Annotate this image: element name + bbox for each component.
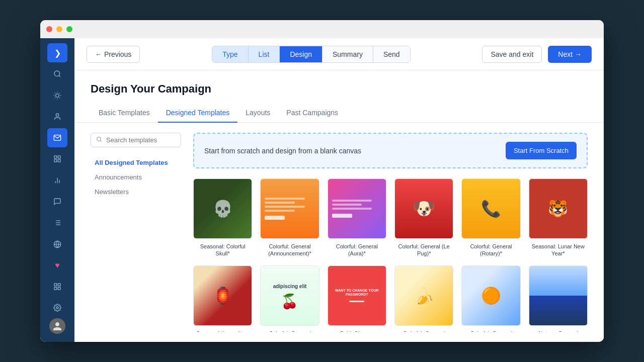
sidebar-item-dashboard[interactable] [47, 277, 67, 296]
template-thumb-announcement [260, 178, 319, 239]
next-button[interactable]: Next → [548, 46, 592, 63]
tab-past-campaigns[interactable]: Past Campaigns [278, 104, 346, 123]
sidebar-item-search[interactable] [47, 64, 67, 83]
sidebar-item-integrations[interactable] [47, 234, 67, 253]
app-window: ❯ [40, 20, 604, 342]
title-bar [40, 20, 604, 38]
minimize-button[interactable] [56, 26, 62, 32]
svg-line-1 [59, 75, 60, 77]
search-box[interactable] [91, 133, 181, 147]
template-name-rotary: Colorful: General (Rotary)* [461, 243, 520, 257]
step-design[interactable]: Design [280, 46, 323, 62]
svg-line-33 [100, 140, 101, 141]
template-card-announcement[interactable]: Colorful: General (Announcement)* [260, 178, 319, 257]
template-name-lunar03: Seasonal: Lunar New Year 03* [193, 330, 252, 332]
template-thumb-aura [328, 178, 386, 239]
step-list[interactable]: List [249, 46, 280, 62]
search-icon [96, 136, 102, 144]
template-card-abstract[interactable]: 🟠 Colorful: General (Abstract Orange)* [461, 265, 520, 332]
template-thumb-lunar03: 🏮 [193, 265, 252, 326]
step-type[interactable]: Type [212, 46, 248, 62]
template-card-skull[interactable]: 💀 Seasonal: Colorful Skull* [193, 178, 252, 257]
tab-layouts[interactable]: Layouts [237, 104, 278, 123]
page-header: Design Your Campaign [74, 70, 604, 104]
template-thumb-password: WANT TO CHANGE YOUR PASSWORD? [328, 265, 386, 326]
svg-rect-27 [54, 284, 57, 286]
step-summary[interactable]: Summary [323, 46, 373, 62]
template-card-aura[interactable]: Colorful: General (Aura)* [328, 178, 386, 257]
start-from-scratch-button[interactable]: Start From Scratch [506, 142, 577, 159]
sidebar-item-data[interactable] [47, 149, 67, 168]
tab-basic-templates[interactable]: Basic Templates [91, 104, 158, 123]
template-card-password[interactable]: WANT TO CHANGE YOUR PASSWORD? Bold: Chan… [328, 265, 386, 332]
scratch-text: Start from scratch and design from a bla… [204, 147, 361, 155]
step-send[interactable]: Send [373, 46, 410, 62]
template-name-announcement: Colorful: General (Announcement)* [260, 243, 319, 257]
steps-nav: Type List Design Summary Send [148, 46, 474, 63]
svg-rect-13 [58, 156, 60, 158]
filter-all-templates[interactable]: All Designed Templates [91, 155, 181, 170]
template-name-banana: Colorful: General (Banana)* [394, 330, 453, 332]
right-panel: Start from scratch and design from a bla… [193, 133, 588, 332]
template-name-cherries: Colorful: General (Cherries)* [260, 330, 319, 332]
template-card-pug[interactable]: 🐶 Colorful: General (Le Pug)* [394, 178, 453, 257]
template-name-password: Bold: Change Password* [328, 330, 386, 332]
template-name-skull: Seasonal: Colorful Skull* [193, 243, 252, 257]
svg-point-32 [97, 137, 101, 141]
template-thumb-rotary: 📞 [461, 178, 520, 239]
sidebar-item-contacts[interactable] [47, 107, 67, 126]
svg-rect-14 [58, 160, 60, 162]
tab-designed-templates[interactable]: Designed Templates [158, 104, 238, 123]
save-exit-button[interactable]: Save and exit [482, 46, 542, 63]
template-card-rotary[interactable]: 📞 Colorful: General (Rotary)* [461, 178, 520, 257]
svg-line-9 [55, 98, 55, 98]
filter-announcements[interactable]: Announcements [91, 170, 181, 185]
template-grid: 💀 Seasonal: Colorful Skull* [193, 178, 588, 332]
scratch-banner: Start from scratch and design from a bla… [193, 133, 588, 168]
sidebar-item-analytics[interactable] [47, 171, 67, 190]
previous-button[interactable]: ← Previous [87, 46, 140, 63]
template-card-shoreline[interactable]: Nature: General (Shoreline Sunset)* [529, 265, 588, 332]
template-thumb-pug: 🐶 [394, 178, 453, 239]
maximize-button[interactable] [66, 26, 72, 32]
svg-rect-29 [58, 287, 60, 290]
left-panel: All Designed Templates Announcements New… [91, 133, 181, 332]
sidebar-item-lists[interactable] [47, 213, 67, 232]
template-name-lunar: Seasonal: Lunar New Year* [529, 243, 588, 257]
sidebar-item-email[interactable] [47, 128, 67, 147]
search-input[interactable] [106, 136, 176, 144]
template-name-shoreline: Nature: General (Shoreline Sunset)* [529, 330, 588, 332]
template-card-cherries[interactable]: adipiscing elit 🍒 Colorful: General (Che… [260, 265, 319, 332]
template-card-lunar03[interactable]: 🏮 Seasonal: Lunar New Year 03* [193, 265, 252, 332]
sidebar-item-settings[interactable] [47, 298, 67, 317]
svg-line-10 [59, 93, 60, 93]
filter-newsletters[interactable]: Newsletters [91, 185, 181, 199]
template-name-aura: Colorful: General (Aura)* [328, 243, 386, 257]
template-card-lunar-newyear[interactable]: 🐯 Seasonal: Lunar New Year* [529, 178, 588, 257]
top-nav: ← Previous Type List Design Summary Send… [74, 38, 604, 70]
template-thumb-cherries: adipiscing elit 🍒 [260, 265, 319, 326]
tabs-bar: Basic Templates Designed Templates Layou… [74, 104, 604, 123]
top-nav-right: Save and exit Next → [482, 46, 592, 63]
steps-container: Type List Design Summary Send [212, 46, 410, 63]
svg-point-2 [56, 94, 59, 97]
template-thumb-abstract: 🟠 [461, 265, 520, 326]
svg-rect-15 [54, 160, 57, 162]
sidebar: ❯ [40, 38, 74, 342]
template-thumb-shoreline [529, 265, 588, 326]
template-thumb-skull: 💀 [193, 178, 252, 239]
sidebar-item-ideas[interactable] [47, 86, 67, 105]
sidebar-item-favorites[interactable]: ♥ [47, 256, 67, 275]
svg-point-11 [56, 114, 58, 116]
template-card-banana[interactable]: 🍌 Colorful: General (Banana)* [394, 265, 453, 332]
page-body: Design Your Campaign Basic Templates Des… [74, 70, 604, 342]
close-button[interactable] [46, 26, 52, 32]
user-avatar[interactable] [49, 318, 65, 334]
main-content: ← Previous Type List Design Summary Send… [74, 38, 604, 342]
sidebar-item-collapse[interactable]: ❯ [47, 43, 67, 62]
svg-line-6 [59, 98, 60, 98]
sidebar-item-messages[interactable] [47, 192, 67, 211]
template-thumb-lunar: 🐯 [529, 178, 588, 239]
svg-rect-30 [54, 287, 57, 290]
svg-point-0 [54, 71, 60, 76]
